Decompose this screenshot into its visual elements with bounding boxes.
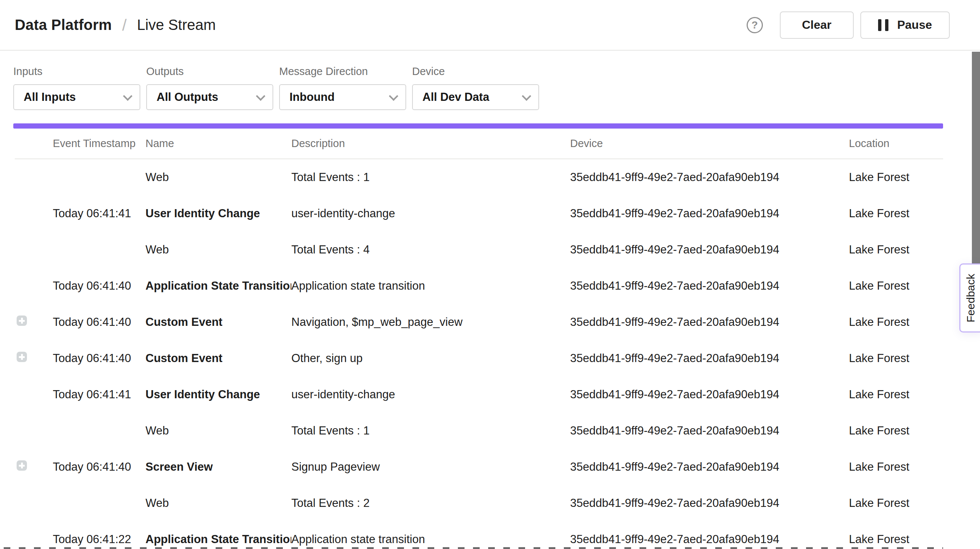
header-actions: ? Clear Pause: [747, 11, 950, 39]
event-name: Custom Event: [145, 352, 291, 365]
message-direction-dropdown-value: Inbound: [290, 91, 389, 104]
table-row[interactable]: Today 06:41:22 Application State Transit…: [15, 521, 943, 549]
event-name: Web: [145, 424, 291, 437]
inputs-dropdown[interactable]: All Inputs: [13, 84, 140, 110]
event-timestamp: Today 06:41:40: [53, 316, 145, 329]
feedback-tab[interactable]: Feedback: [959, 263, 980, 332]
filter-device: Device All Dev Data: [412, 65, 539, 110]
row-expand-cell: [15, 460, 53, 474]
bottom-dashed-divider: [4, 547, 943, 549]
chevron-down-icon: [522, 91, 531, 101]
table-row[interactable]: Today 06:41:40 Custom Event Other, sign …: [15, 340, 943, 377]
scrollbar-thumb[interactable]: [972, 52, 980, 270]
table-row[interactable]: Today 06:41:40 Screen View Signup Pagevi…: [15, 449, 943, 485]
row-expand-cell: [15, 352, 53, 365]
device-dropdown-value: All Dev Data: [422, 91, 522, 104]
event-timestamp: Today 06:41:22: [53, 533, 145, 546]
event-device-id: 35eddb41-9ff9-49e2-7aed-20afa90eb194: [570, 388, 849, 401]
event-device-id: 35eddb41-9ff9-49e2-7aed-20afa90eb194: [570, 243, 849, 256]
event-name: Web: [145, 243, 291, 256]
table-header-row: Event Timestamp Name Description Device …: [15, 129, 943, 159]
plus-square-icon[interactable]: [17, 352, 27, 362]
event-description: Total Events : 1: [291, 424, 570, 437]
event-location: Lake Forest: [849, 460, 943, 474]
event-device-id: 35eddb41-9ff9-49e2-7aed-20afa90eb194: [570, 533, 849, 546]
filter-message-direction: Message Direction Inbound: [279, 65, 406, 110]
column-header-location: Location: [849, 137, 943, 150]
event-location: Lake Forest: [849, 171, 943, 184]
filter-outputs: Outputs All Outputs: [146, 65, 273, 110]
event-description: Other, sign up: [291, 352, 570, 365]
pause-button[interactable]: Pause: [861, 11, 950, 39]
device-dropdown[interactable]: All Dev Data: [412, 84, 539, 110]
filter-bar: Inputs All Inputs Outputs All Outputs Me…: [0, 51, 980, 110]
event-location: Lake Forest: [849, 424, 943, 437]
filter-inputs: Inputs All Inputs: [13, 65, 140, 110]
event-description: Total Events : 4: [291, 243, 570, 256]
pause-button-label: Pause: [897, 18, 932, 32]
chevron-down-icon: [123, 91, 132, 101]
feedback-tab-label: Feedback: [964, 274, 977, 322]
table-row[interactable]: Web Total Events : 1 35eddb41-9ff9-49e2-…: [15, 159, 943, 195]
table-row[interactable]: Today 06:41:41 User Identity Change user…: [15, 195, 943, 231]
event-device-id: 35eddb41-9ff9-49e2-7aed-20afa90eb194: [570, 279, 849, 293]
help-icon[interactable]: ?: [747, 17, 763, 33]
event-description: user-identity-change: [291, 207, 570, 220]
event-device-id: 35eddb41-9ff9-49e2-7aed-20afa90eb194: [570, 352, 849, 365]
event-description: Navigation, $mp_web_page_view: [291, 316, 570, 329]
clear-button[interactable]: Clear: [780, 11, 854, 39]
event-description: Signup Pageview: [291, 460, 570, 474]
live-stream-table: Event Timestamp Name Description Device …: [0, 129, 980, 549]
outputs-dropdown[interactable]: All Outputs: [146, 84, 273, 110]
event-description: user-identity-change: [291, 388, 570, 401]
table-row[interactable]: Today 06:41:41 User Identity Change user…: [15, 377, 943, 413]
filter-outputs-label: Outputs: [146, 65, 273, 78]
breadcrumb-separator: /: [122, 16, 127, 34]
table-row[interactable]: Web Total Events : 4 35eddb41-9ff9-49e2-…: [15, 231, 943, 268]
filter-inputs-label: Inputs: [13, 65, 140, 78]
chevron-down-icon: [256, 91, 265, 101]
table-row[interactable]: Today 06:41:40 Custom Event Navigation, …: [15, 304, 943, 340]
column-header-description: Description: [291, 137, 570, 150]
plus-square-icon[interactable]: [17, 460, 27, 471]
row-expand-cell: [15, 316, 53, 329]
event-timestamp: Today 06:41:41: [53, 207, 145, 220]
event-name: User Identity Change: [145, 207, 291, 220]
event-timestamp: Today 06:41:41: [53, 388, 145, 401]
filter-message-direction-label: Message Direction: [279, 65, 406, 78]
event-device-id: 35eddb41-9ff9-49e2-7aed-20afa90eb194: [570, 171, 849, 184]
table-row[interactable]: Today 06:41:40 Application State Transit…: [15, 268, 943, 304]
event-device-id: 35eddb41-9ff9-49e2-7aed-20afa90eb194: [570, 207, 849, 220]
outputs-dropdown-value: All Outputs: [157, 91, 256, 104]
event-description: Total Events : 1: [291, 171, 570, 184]
event-location: Lake Forest: [849, 316, 943, 329]
pause-icon: [878, 19, 888, 31]
event-timestamp: Today 06:41:40: [53, 352, 145, 365]
plus-square-icon[interactable]: [17, 316, 27, 326]
event-timestamp: Today 06:41:40: [53, 279, 145, 293]
event-name: User Identity Change: [145, 388, 291, 401]
inputs-dropdown-value: All Inputs: [24, 91, 123, 104]
event-location: Lake Forest: [849, 243, 943, 256]
event-location: Lake Forest: [849, 207, 943, 220]
event-device-id: 35eddb41-9ff9-49e2-7aed-20afa90eb194: [570, 460, 849, 474]
event-name: Custom Event: [145, 316, 291, 329]
event-device-id: 35eddb41-9ff9-49e2-7aed-20afa90eb194: [570, 316, 849, 329]
column-header-name: Name: [145, 137, 291, 150]
event-location: Lake Forest: [849, 352, 943, 365]
table-row[interactable]: Web Total Events : 1 35eddb41-9ff9-49e2-…: [15, 413, 943, 449]
breadcrumb-section[interactable]: Data Platform: [15, 17, 112, 33]
filter-device-label: Device: [412, 65, 539, 78]
chevron-down-icon: [389, 91, 398, 101]
app-header: Data Platform / Live Stream ? Clear Paus…: [0, 0, 980, 51]
event-device-id: 35eddb41-9ff9-49e2-7aed-20afa90eb194: [570, 496, 849, 510]
event-device-id: 35eddb41-9ff9-49e2-7aed-20afa90eb194: [570, 424, 849, 437]
table-body: Web Total Events : 1 35eddb41-9ff9-49e2-…: [15, 159, 943, 549]
accent-divider-bar: [13, 123, 943, 129]
table-row[interactable]: Web Total Events : 2 35eddb41-9ff9-49e2-…: [15, 485, 943, 521]
event-name: Application State Transition: [145, 279, 291, 293]
event-name: Web: [145, 496, 291, 510]
event-description: Application state transition: [291, 533, 570, 546]
message-direction-dropdown[interactable]: Inbound: [279, 84, 406, 110]
event-description: Total Events : 2: [291, 496, 570, 510]
